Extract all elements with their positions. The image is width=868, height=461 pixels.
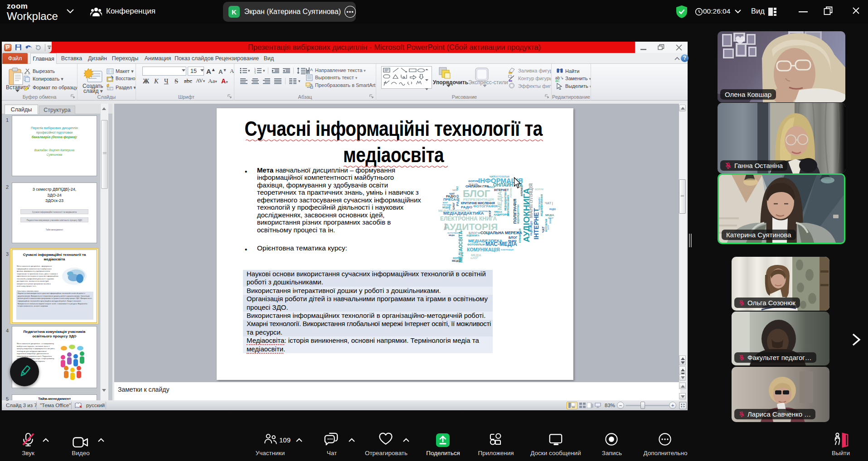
svg-text:3: 3	[254, 72, 256, 74]
svg-text:ac: ac	[555, 78, 560, 82]
svg-text:A: A	[230, 67, 234, 74]
svg-text:A: A	[310, 67, 313, 72]
